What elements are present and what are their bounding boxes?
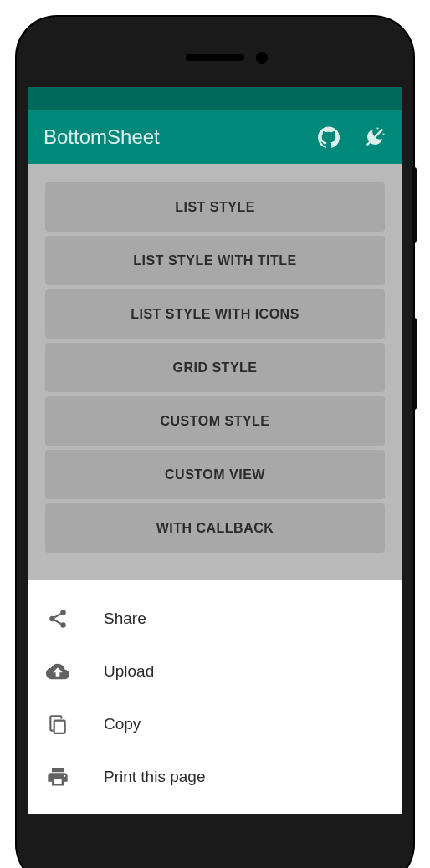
sheet-item-label: Copy xyxy=(104,715,141,733)
phone-inner: BottomSheet xyxy=(28,28,402,868)
grid-style-button[interactable]: GRID STYLE xyxy=(45,343,385,392)
phone-camera xyxy=(256,52,268,64)
phone-top-bezel xyxy=(28,28,402,87)
svg-point-6 xyxy=(60,622,66,628)
upload-icon xyxy=(45,659,70,684)
svg-point-1 xyxy=(380,130,381,132)
sheet-item-upload[interactable]: Upload xyxy=(28,645,402,697)
sheet-item-share[interactable]: Share xyxy=(28,592,402,645)
github-icon[interactable] xyxy=(318,126,340,148)
phone-bottom-bezel xyxy=(28,814,402,868)
svg-point-2 xyxy=(382,133,384,135)
screen: BottomSheet xyxy=(28,87,402,814)
svg-point-5 xyxy=(49,615,55,621)
app-title: BottomSheet xyxy=(44,125,160,149)
sheet-item-label: Upload xyxy=(104,662,154,681)
bottom-sheet: Share Upload xyxy=(28,580,402,814)
svg-point-4 xyxy=(60,610,66,615)
share-icon xyxy=(45,606,70,631)
phone-frame: BottomSheet xyxy=(17,17,413,868)
status-bar xyxy=(28,87,402,110)
list-style-with-icons-button[interactable]: LIST STYLE WITH ICONS xyxy=(45,289,385,339)
list-style-with-title-button[interactable]: LIST STYLE WITH TITLE xyxy=(45,236,385,285)
sheet-item-copy[interactable]: Copy xyxy=(28,697,402,750)
phone-side-button xyxy=(412,318,417,410)
custom-style-button[interactable]: CUSTOM STYLE xyxy=(45,396,385,446)
svg-point-3 xyxy=(376,127,378,129)
custom-view-button[interactable]: CUSTOM VIEW xyxy=(45,450,385,499)
sheet-item-label: Share xyxy=(104,610,146,628)
phone-side-button xyxy=(412,167,417,243)
phone-speaker xyxy=(186,54,244,61)
copy-icon xyxy=(45,712,70,737)
sheet-item-print[interactable]: Print this page xyxy=(28,750,402,803)
list-style-button[interactable]: LIST STYLE xyxy=(45,182,385,232)
content-area: LIST STYLE LIST STYLE WITH TITLE LIST ST… xyxy=(28,164,402,553)
with-callback-button[interactable]: WITH CALLBACK xyxy=(45,503,385,553)
print-icon xyxy=(45,764,70,789)
sheet-item-label: Print this page xyxy=(104,768,205,786)
app-bar: BottomSheet xyxy=(28,110,402,164)
app-bar-actions xyxy=(318,125,386,149)
svg-rect-7 xyxy=(54,720,65,733)
theme-toggle-icon[interactable] xyxy=(363,125,386,149)
